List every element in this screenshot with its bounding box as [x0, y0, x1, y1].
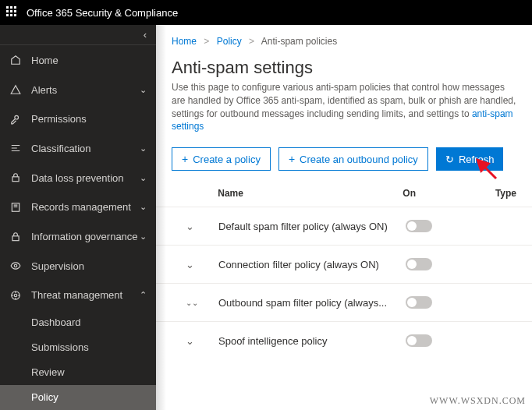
sidebar: ‹ Home Alerts ⌄ Permissions Classificati… — [0, 25, 156, 410]
sidebar-sub-label: Submissions — [31, 341, 89, 353]
breadcrumb-home[interactable]: Home — [172, 36, 197, 47]
plus-icon — [182, 153, 188, 165]
breadcrumb-policy[interactable]: Policy — [217, 36, 242, 47]
top-bar: Office 365 Security & Compliance — [0, 0, 532, 25]
sidebar-item-threat[interactable]: Threat management ⌃ — [0, 281, 156, 310]
app-title: Office 365 Security & Compliance — [27, 7, 178, 19]
sidebar-item-label: Permissions — [31, 113, 147, 125]
sidebar-item-governance[interactable]: Information governance ⌄ — [0, 222, 156, 252]
sidebar-sub-submissions[interactable]: Submissions — [0, 335, 156, 360]
expand-toggle[interactable]: ⌄ — [172, 335, 218, 347]
sidebar-item-classification[interactable]: Classification ⌄ — [0, 134, 156, 164]
sidebar-item-label: Records management — [31, 201, 139, 213]
threat-icon — [9, 289, 22, 302]
home-icon — [9, 54, 22, 66]
plus-icon — [289, 153, 295, 165]
chevron-down-icon: ⌄⌄ — [186, 299, 198, 307]
sidebar-item-label: Information governance — [31, 231, 139, 242]
svg-rect-1 — [12, 177, 19, 182]
chevron-left-icon: ‹ — [144, 29, 147, 41]
sidebar-sub-label: Dashboard — [31, 316, 81, 328]
refresh-button[interactable]: Refresh — [436, 147, 504, 171]
sidebar-item-dlp[interactable]: Data loss prevention ⌄ — [0, 163, 156, 193]
governance-icon — [9, 231, 22, 243]
classification-icon — [9, 142, 22, 154]
sidebar-item-permissions[interactable]: Permissions — [0, 104, 156, 134]
page-title: Anti-spam settings — [156, 47, 532, 81]
sidebar-item-records[interactable]: Records management ⌄ — [0, 193, 156, 222]
main-content: Home > Policy > Anti-spam policies Anti-… — [156, 25, 532, 410]
permissions-icon — [9, 113, 22, 125]
breadcrumb: Home > Policy > Anti-spam policies — [156, 25, 532, 47]
row-name: Spoof intelligence policy — [218, 335, 406, 347]
on-toggle[interactable] — [406, 296, 432, 309]
chevron-down-icon: ⌄ — [139, 232, 147, 242]
desc-text: Use this page to configure various anti-… — [172, 82, 516, 119]
create-outbound-button[interactable]: Create an outbound policy — [278, 147, 428, 171]
svg-rect-3 — [12, 235, 19, 240]
page-description: Use this page to configure various anti-… — [156, 81, 532, 133]
row-name: Default spam filter policy (always ON) — [218, 221, 406, 232]
sidebar-sub-label: Policy — [31, 391, 59, 403]
table-row[interactable]: ⌄ Connection filter policy (always ON) — [156, 245, 532, 283]
expand-toggle[interactable]: ⌄ — [172, 221, 218, 232]
sidebar-sub-policy[interactable]: Policy — [0, 385, 156, 410]
button-label: Create an outbound policy — [300, 154, 418, 165]
chevron-down-icon: ⌄ — [186, 335, 194, 347]
chevron-up-icon: ⌃ — [139, 290, 147, 300]
row-name: Outbound spam filter policy (always... — [218, 297, 406, 309]
table-header: Name On Type — [156, 180, 532, 207]
svg-point-0 — [15, 115, 19, 119]
sidebar-item-alerts[interactable]: Alerts ⌄ — [0, 75, 156, 104]
expand-toggle[interactable]: ⌄ — [172, 259, 218, 270]
sidebar-item-label: Threat management — [31, 289, 139, 301]
chevron-down-icon: ⌄ — [186, 221, 194, 232]
sidebar-item-supervision[interactable]: Supervision — [0, 251, 156, 281]
table-row[interactable]: ⌄ Spoof intelligence policy — [156, 321, 532, 359]
button-label: Refresh — [459, 154, 495, 165]
collapse-toggle[interactable]: ‹ — [0, 25, 156, 45]
sidebar-sub-review[interactable]: Review — [0, 360, 156, 385]
app-launcher-icon[interactable] — [6, 6, 19, 19]
chevron-down-icon: ⌄ — [139, 85, 147, 95]
chevron-down-icon: ⌄ — [139, 143, 147, 154]
sidebar-item-label: Data loss prevention — [31, 172, 139, 184]
chevron-down-icon: ⌄ — [139, 202, 147, 212]
chevron-down-icon: ⌄ — [186, 259, 194, 270]
create-policy-button[interactable]: Create a policy — [172, 147, 271, 171]
svg-point-4 — [14, 264, 17, 267]
sidebar-item-label: Alerts — [31, 84, 139, 96]
sidebar-item-label: Classification — [31, 143, 139, 154]
on-toggle[interactable] — [406, 220, 432, 232]
col-header-type[interactable]: Type — [495, 188, 516, 199]
refresh-icon — [445, 154, 454, 165]
on-toggle[interactable] — [406, 258, 432, 270]
sidebar-sub-dashboard[interactable]: Dashboard — [0, 310, 156, 335]
on-toggle[interactable] — [406, 334, 432, 347]
alerts-icon — [9, 83, 22, 96]
expand-toggle[interactable]: ⌄⌄ — [172, 299, 218, 307]
sidebar-sub-label: Review — [31, 366, 65, 378]
toolbar: Create a policy Create an outbound polic… — [156, 133, 532, 180]
row-name: Connection filter policy (always ON) — [218, 259, 406, 270]
supervision-icon — [9, 260, 22, 272]
col-header-name[interactable]: Name — [218, 188, 403, 199]
sidebar-item-label: Home — [31, 55, 147, 66]
button-label: Create a policy — [193, 154, 261, 165]
dlp-icon — [9, 171, 22, 184]
chevron-down-icon: ⌄ — [139, 173, 147, 183]
sidebar-item-label: Supervision — [31, 260, 147, 272]
breadcrumb-current: Anti-spam policies — [261, 36, 337, 47]
svg-point-6 — [14, 294, 17, 297]
watermark: WWW.WSXDN.COM — [430, 395, 526, 407]
table-row[interactable]: ⌄ Default spam filter policy (always ON) — [156, 207, 532, 245]
sidebar-item-home[interactable]: Home — [0, 45, 156, 75]
col-header-on[interactable]: On — [403, 188, 495, 199]
table-row[interactable]: ⌄⌄ Outbound spam filter policy (always..… — [156, 283, 532, 321]
records-icon — [9, 201, 22, 214]
